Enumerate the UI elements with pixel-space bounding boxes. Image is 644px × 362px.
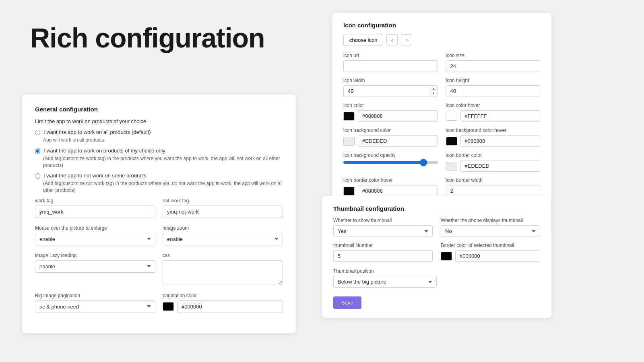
icon-color-hover-input[interactable] xyxy=(460,110,541,122)
work-tag-group: work tag xyxy=(35,198,155,218)
thumbnail-border-color-row xyxy=(441,250,540,262)
work-tag-label: work tag xyxy=(35,198,155,204)
thumbnail-config-title: Thumbnail configuration xyxy=(333,205,540,212)
icon-bg-color-input[interactable] xyxy=(358,135,438,147)
save-button[interactable]: Save xyxy=(333,296,361,309)
icon-color-hover-swatch[interactable] xyxy=(446,112,457,121)
icon-bg-opacity-field: icon background opacity xyxy=(343,152,438,172)
icon-border-color-label: icon border color xyxy=(446,152,541,158)
thumbnail-grid: Whether to show thumbnail Yes No Whether… xyxy=(333,218,540,262)
icon-bg-hover-row xyxy=(446,135,541,147)
icon-bg-color-field: icon background color xyxy=(343,128,438,147)
icon-color-swatch[interactable] xyxy=(343,112,355,121)
icon-border-hover-input[interactable] xyxy=(358,185,438,197)
icon-bg-color-swatch[interactable] xyxy=(343,137,355,146)
icon-width-label: icon width xyxy=(343,78,438,83)
icon-bg-color-row xyxy=(343,135,438,147)
icon-url-field: icon url xyxy=(343,53,438,72)
lazy-loading-select[interactable]: enable disable xyxy=(35,260,155,273)
lazy-css-row: image Lazy loading enable disable css xyxy=(35,253,283,286)
radio-choice-input[interactable] xyxy=(35,148,40,154)
icon-border-width-input[interactable] xyxy=(446,185,541,197)
icon-config-title: Icon configuration xyxy=(343,22,540,29)
mouse-zoom-row: Mouse over the picture to enlarge enable… xyxy=(35,225,283,245)
css-group: css xyxy=(163,253,283,286)
phone-thumbnail-field: Whether the phone displays thumbnail Yes… xyxy=(441,218,540,237)
thumbnail-border-color-swatch[interactable] xyxy=(441,252,452,261)
icon-url-label: icon url xyxy=(343,53,438,58)
thumbnail-border-color-input[interactable] xyxy=(455,250,540,262)
image-zoom-label: image zoom xyxy=(163,225,283,231)
lazy-loading-group: image Lazy loading enable disable xyxy=(35,253,155,286)
image-zoom-select[interactable]: enable disable xyxy=(163,233,283,245)
phone-thumbnail-select[interactable]: Yes No xyxy=(441,225,540,237)
icon-width-wrap: ▲ ▼ xyxy=(343,85,438,97)
work-tag-input[interactable] xyxy=(35,206,155,218)
icon-bg-opacity-slider[interactable] xyxy=(343,161,438,164)
thumbnail-number-input[interactable] xyxy=(333,250,433,262)
image-zoom-group: image zoom enable disable xyxy=(163,225,283,245)
icon-bg-hover-field: icon background color:hover xyxy=(446,128,541,147)
thumbnail-position-select[interactable]: Below the big picture Above the big pict… xyxy=(333,276,437,288)
limit-label: Limit the app to work on products of you… xyxy=(35,118,283,124)
pagination-color-input[interactable] xyxy=(177,300,283,313)
icon-size-input[interactable] xyxy=(446,60,541,72)
icon-url-input[interactable] xyxy=(343,60,438,72)
general-config-card: General configuration Limit the app to w… xyxy=(22,95,296,333)
icon-color-row xyxy=(343,110,438,122)
not-work-tag-label: not work tag xyxy=(163,198,283,204)
choose-icon-button[interactable]: choose icon xyxy=(343,35,383,45)
tags-row: work tag not work tag xyxy=(35,198,283,218)
mouse-over-group: Mouse over the picture to enlarge enable… xyxy=(35,225,155,245)
css-textarea[interactable] xyxy=(163,260,283,284)
prev-icon-button[interactable]: ‹ xyxy=(386,34,398,45)
radio-some-products[interactable]: I want the app to not work on some produ… xyxy=(35,173,283,179)
icon-border-color-swatch[interactable] xyxy=(446,162,457,171)
icon-color-hover-field: icon color:hover xyxy=(446,103,541,122)
icon-size-label: icon size xyxy=(446,53,541,58)
pagination-color-label: pagination color xyxy=(163,293,283,298)
icon-bg-hover-input[interactable] xyxy=(460,135,541,147)
lazy-loading-label: image Lazy loading xyxy=(35,253,155,258)
icon-width-field: icon width ▲ ▼ xyxy=(343,78,438,97)
show-thumbnail-select[interactable]: Yes No xyxy=(333,225,433,237)
icon-border-width-label: icon border width xyxy=(446,177,541,183)
pagination-color-group: pagination color xyxy=(163,293,283,313)
big-image-label: Big image pagination xyxy=(35,293,155,298)
icon-width-input[interactable] xyxy=(344,86,430,97)
icon-width-down[interactable]: ▼ xyxy=(430,91,438,96)
radio-choice-products[interactable]: I want the app to work on products of my… xyxy=(35,148,283,154)
radio-choice-desc: (Add tag(customize work tag) in the prod… xyxy=(43,155,283,169)
icon-border-hover-swatch[interactable] xyxy=(343,187,355,195)
radio-all-products[interactable]: I want the app to work on all products (… xyxy=(35,129,283,135)
icon-color-field: icon color xyxy=(343,103,438,122)
radio-some-input[interactable] xyxy=(35,173,40,179)
icon-config-toolbar: choose icon ‹ › xyxy=(343,34,540,45)
icon-bg-hover-swatch[interactable] xyxy=(446,137,457,146)
icon-border-color-input[interactable] xyxy=(460,160,541,172)
mouse-over-select[interactable]: enable disable xyxy=(35,233,155,245)
not-work-tag-input[interactable] xyxy=(163,206,283,218)
icon-width-up[interactable]: ▲ xyxy=(430,86,438,91)
icon-border-color-field: icon border color xyxy=(446,152,541,172)
icon-border-width-field: icon border width xyxy=(446,177,541,197)
big-image-group: Big image pagination pc & phone need pc … xyxy=(35,293,155,313)
icon-bg-opacity-label: icon background opacity xyxy=(343,152,438,158)
icon-border-hover-row xyxy=(343,185,438,197)
radio-choice-label: I want the app to work on products of my… xyxy=(43,148,165,154)
thumbnail-config-card: Thumbnail configuration Whether to show … xyxy=(322,196,551,318)
icon-height-input[interactable] xyxy=(446,85,541,97)
radio-all-input[interactable] xyxy=(35,130,40,135)
pagination-color-swatch[interactable] xyxy=(163,302,174,311)
slider-thumb xyxy=(420,159,427,166)
next-icon-button[interactable]: › xyxy=(401,34,412,45)
big-image-select[interactable]: pc & phone need pc only phone only disab… xyxy=(35,300,155,313)
thumbnail-position-label: Thumbnail position xyxy=(333,268,540,274)
mouse-over-label: Mouse over the picture to enlarge xyxy=(35,225,155,231)
pagination-color-input-group xyxy=(163,300,283,313)
thumbnail-number-field: thumbnail Number xyxy=(333,243,433,262)
icon-color-input[interactable] xyxy=(358,110,438,122)
show-thumbnail-field: Whether to show thumbnail Yes No xyxy=(333,218,433,237)
icon-border-hover-label: icon border color:hover xyxy=(343,177,438,183)
show-thumbnail-label: Whether to show thumbnail xyxy=(333,218,433,223)
